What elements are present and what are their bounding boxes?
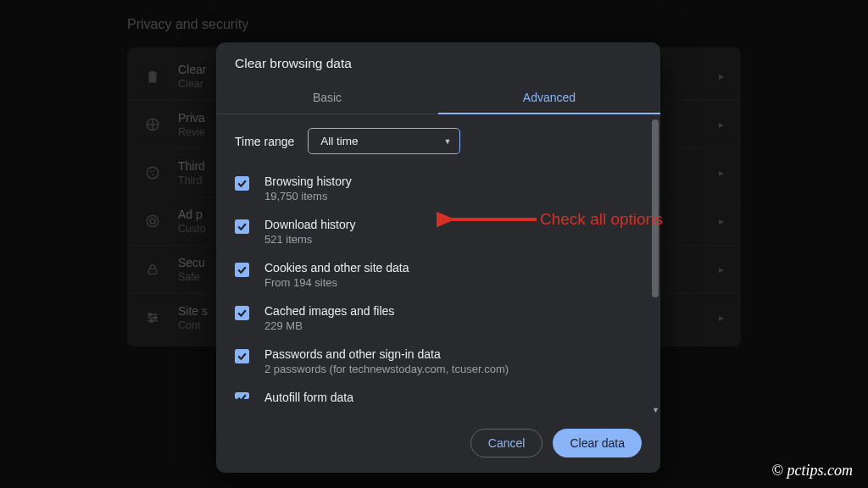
option-cached-images[interactable]: Cached images and files 229 MB	[235, 297, 642, 341]
time-range-label: Time range	[235, 135, 294, 148]
svg-rect-7	[148, 269, 156, 274]
option-sub: 229 MB	[264, 319, 642, 332]
watermark: © pctips.com	[771, 462, 853, 480]
dialog-title: Clear browsing data	[216, 42, 660, 81]
svg-point-4	[153, 174, 154, 175]
time-range-value: All time	[320, 135, 358, 147]
svg-point-10	[150, 319, 153, 322]
svg-point-1	[147, 167, 159, 179]
chevron-right-icon: ▸	[719, 215, 724, 227]
chevron-right-icon: ▸	[719, 119, 724, 130]
chevron-right-icon: ▸	[719, 263, 724, 275]
option-sub: From 194 sites	[264, 276, 642, 289]
option-title: Download history	[264, 218, 642, 231]
scroll-down-icon[interactable]: ▼	[652, 406, 659, 414]
svg-point-6	[150, 219, 155, 224]
tab-advanced[interactable]: Advanced	[438, 81, 660, 114]
sliders-icon	[144, 309, 161, 326]
option-autofill[interactable]: Autofill form data	[235, 384, 642, 404]
svg-point-8	[149, 313, 152, 316]
option-sub: 521 items	[264, 233, 642, 246]
lock-icon	[144, 261, 161, 278]
option-browsing-history[interactable]: Browsing history 19,750 items	[235, 168, 642, 211]
option-title: Cached images and files	[264, 304, 642, 318]
dialog-footer: Cancel Clear data	[216, 417, 660, 473]
chevron-right-icon: ▸	[719, 70, 724, 82]
ads-icon	[144, 213, 161, 230]
option-download-history[interactable]: Download history 521 items	[235, 211, 642, 254]
cookie-icon	[144, 164, 161, 181]
svg-point-9	[154, 317, 157, 319]
checkbox[interactable]	[235, 349, 249, 363]
option-title: Browsing history	[264, 175, 642, 188]
checkbox[interactable]	[235, 263, 249, 277]
cancel-button[interactable]: Cancel	[470, 429, 543, 458]
scrollbar[interactable]: ▼	[652, 119, 659, 412]
time-range-row: Time range All time ▼	[235, 128, 642, 154]
clear-browsing-data-dialog: Clear browsing data Basic Advanced Time …	[216, 42, 660, 473]
option-title: Cookies and other site data	[264, 261, 642, 274]
svg-point-3	[153, 170, 155, 172]
scrollbar-thumb[interactable]	[652, 119, 659, 297]
svg-point-5	[147, 215, 159, 227]
trash-icon	[144, 68, 161, 85]
dialog-tabs: Basic Advanced	[216, 81, 660, 114]
option-sub: 19,750 items	[264, 190, 642, 202]
clear-data-button[interactable]: Clear data	[553, 429, 642, 458]
option-title: Passwords and other sign-in data	[264, 347, 642, 361]
section-heading: Privacy and security	[127, 17, 741, 32]
chevron-right-icon: ▸	[719, 167, 724, 179]
time-range-dropdown[interactable]: All time ▼	[308, 128, 460, 154]
option-passwords[interactable]: Passwords and other sign-in data 2 passw…	[235, 341, 642, 384]
dialog-body: Time range All time ▼ Browsing history 1…	[216, 114, 660, 417]
tab-basic[interactable]: Basic	[216, 81, 438, 114]
checkbox[interactable]	[235, 176, 249, 191]
svg-point-2	[150, 171, 152, 173]
option-cookies[interactable]: Cookies and other site data From 194 sit…	[235, 254, 642, 297]
shield-icon	[144, 116, 161, 133]
checkbox[interactable]	[235, 306, 249, 320]
checkbox[interactable]	[235, 219, 249, 234]
chevron-right-icon: ▸	[719, 312, 724, 324]
option-title: Autofill form data	[264, 391, 642, 404]
checkbox[interactable]	[235, 392, 249, 399]
option-sub: 2 passwords (for technewstoday.com, tcus…	[264, 363, 642, 375]
caret-down-icon: ▼	[443, 137, 451, 146]
